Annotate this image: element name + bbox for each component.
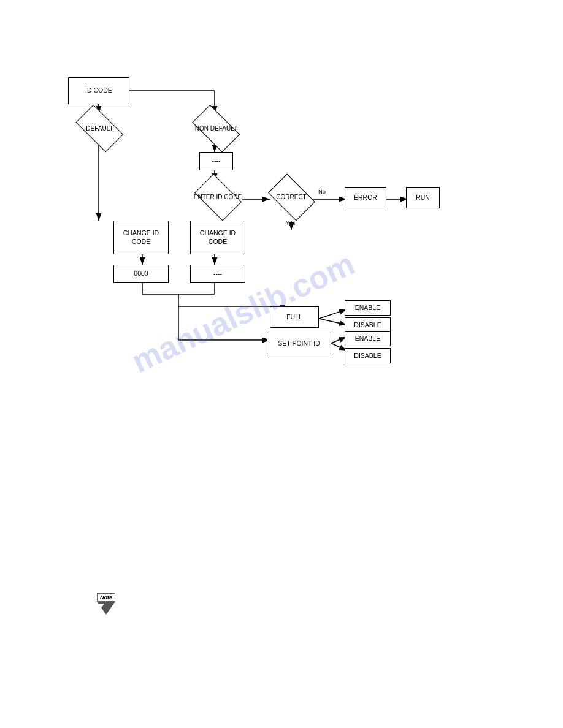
note-icon: Note <box>97 593 115 615</box>
run-box: RUN <box>406 187 440 208</box>
change-id-code-left-box: CHANGE ID CODE <box>113 221 169 254</box>
correct-diamond: CORRECT <box>264 179 319 216</box>
dashes2-box: ---- <box>190 265 245 283</box>
default-diamond: DEFAULT <box>71 112 129 145</box>
full-box: FULL <box>270 306 319 328</box>
non-default-diamond: NON DEFAULT <box>187 112 245 145</box>
id-code-box: ID CODE <box>68 77 129 104</box>
svg-line-24 <box>319 319 347 325</box>
change-id-code-right-box: CHANGE ID CODE <box>190 221 245 254</box>
error-box: ERROR <box>345 187 386 208</box>
zeros-box: 0000 <box>113 265 169 283</box>
enable1-box: ENABLE <box>345 300 391 316</box>
flowchart-container: ID CODE DEFAULT NON DEFAULT ---- ENTER I… <box>0 0 563 728</box>
no-label: No <box>318 188 326 195</box>
disable2-box: DISABLE <box>345 348 391 363</box>
svg-line-23 <box>319 309 347 319</box>
note-label: Note <box>97 593 115 602</box>
set-point-id-box: SET POINT ID <box>267 333 331 354</box>
enter-id-code-diamond: ENTER ID CODE <box>190 179 245 216</box>
dashes1-box: ---- <box>199 152 233 170</box>
enable2-box: ENABLE <box>345 331 391 346</box>
yes-label: Yes <box>286 219 296 226</box>
